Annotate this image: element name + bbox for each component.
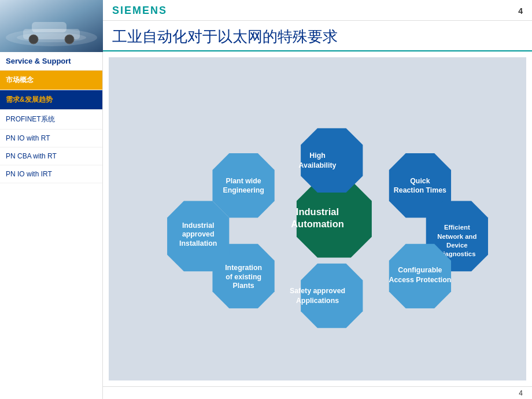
svg-text:of existing: of existing [226,273,261,281]
diagram-svg: Industrial Automation High Availability … [109,57,526,380]
service-support-label: Service & Support [0,52,102,71]
svg-text:Integration: Integration [225,264,262,272]
sidebar-item-profinet[interactable]: PROFINET系统 [0,110,102,130]
svg-text:Engineering: Engineering [223,186,264,194]
sidebar-item-pn-io-rt[interactable]: PN IO with RT [0,130,102,147]
siemens-logo: SIEMENS [112,5,167,17]
sidebar: Service & Support 市场概念 需求&发展趋势 PROFINET系… [0,0,103,399]
svg-text:High: High [309,152,325,160]
main-content: SIEMENS 4 工业自动化对于以太网的特殊要求 Industrial Aut… [103,0,532,399]
svg-point-1 [17,33,86,42]
high-availability-octagon [301,128,363,193]
slide-footer: 4 [103,386,532,399]
svg-point-4 [29,35,38,44]
slide-title: 工业自动化对于以太网的特殊要求 [103,21,532,51]
svg-text:Availability: Availability [299,161,337,169]
safety-approved-octagon [301,264,363,328]
sidebar-item-shiyigaikuo[interactable]: 市场概念 [0,71,102,90]
svg-text:Access Protection: Access Protection [389,276,451,284]
svg-text:approved: approved [182,230,215,238]
svg-text:Device: Device [446,242,468,249]
svg-rect-3 [32,22,66,32]
page-number-top: 4 [518,6,523,16]
svg-text:Industrial: Industrial [296,206,339,217]
svg-text:Reaction Times: Reaction Times [394,186,446,194]
svg-text:Plants: Plants [233,282,254,290]
diagram-area: Industrial Automation High Availability … [109,57,526,380]
slide-header: SIEMENS 4 [103,0,532,21]
svg-point-5 [65,35,74,44]
svg-rect-2 [23,29,80,39]
sidebar-hero-image [0,0,103,52]
svg-text:Plant wide: Plant wide [226,177,261,185]
svg-text:Quick: Quick [410,177,430,185]
svg-text:Safety approved: Safety approved [290,287,345,295]
plant-engineering-octagon [212,153,274,217]
page-number-bottom: 4 [519,389,523,397]
svg-text:Automation: Automation [291,219,344,229]
svg-text:Installation: Installation [179,239,217,247]
svg-text:Industrial: Industrial [182,221,215,230]
svg-text:Efficient: Efficient [444,224,470,231]
sidebar-item-pn-cba-rt[interactable]: PN CBA with RT [0,147,102,165]
sidebar-item-pn-io-irt[interactable]: PN IO with IRT [0,165,102,183]
sidebar-item-xuqiu[interactable]: 需求&发展趋势 [0,90,102,110]
svg-text:Configurable: Configurable [398,266,442,274]
svg-text:Network and: Network and [437,233,476,240]
svg-text:Applications: Applications [296,297,339,305]
